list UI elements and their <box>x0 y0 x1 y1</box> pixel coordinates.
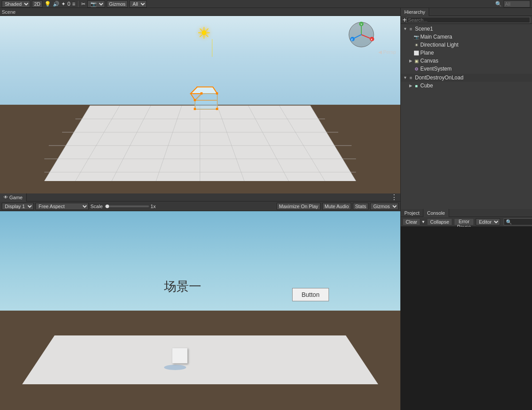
editor-dropdown[interactable]: Editor <box>476 218 500 225</box>
svg-rect-25 <box>194 108 196 110</box>
toolbar-icon-effects: ✦ <box>61 1 66 7</box>
project-tab[interactable]: Project <box>401 209 423 217</box>
scene-label: Scene <box>2 9 16 15</box>
svg-text:Y: Y <box>360 23 362 26</box>
game-view: 👁 Game ⋮ Display 1 Free Aspect Scale 1x … <box>0 193 400 410</box>
game-sky <box>0 211 400 320</box>
tree-item-directional-light[interactable]: ☀ Directional Light <box>401 41 532 49</box>
event-icon: ⚙ <box>413 66 419 72</box>
svg-text:X: X <box>371 38 372 41</box>
hierarchy-tab[interactable]: Hierarchy <box>401 8 429 16</box>
toolbar-icon-light: 💡 <box>44 1 51 7</box>
tree-item-cube[interactable]: ▶ ■ Cube <box>401 82 532 90</box>
game-cube-shadow <box>164 365 186 370</box>
clear-dropdown-arrow[interactable]: ▼ <box>421 220 425 224</box>
svg-rect-22 <box>194 99 196 101</box>
clear-btn-group[interactable]: Clear ▼ <box>403 218 425 225</box>
scene-canvas[interactable]: ☀ <box>0 16 400 193</box>
event-arrow <box>408 66 413 71</box>
scene-toolbar: Scene <box>0 8 400 16</box>
game-toolbar: Display 1 Free Aspect Scale 1x Maximize … <box>0 201 400 211</box>
scene-cube[interactable] <box>188 85 217 114</box>
event-system-label: EventSystem <box>420 66 452 72</box>
game-canvas[interactable]: 场景一 Button <box>0 211 400 410</box>
hierarchy-add-button[interactable]: + <box>403 16 407 24</box>
game-tab[interactable]: 👁 Game <box>0 193 27 201</box>
console-content <box>401 227 532 410</box>
toolbar-icon-num: 0 <box>67 1 70 7</box>
tree-item-canvas[interactable]: ▶ ▣ Canvas <box>401 57 532 65</box>
canvas-label: Canvas <box>420 58 438 64</box>
toolbar-icon-audio: 🔊 <box>53 1 59 7</box>
game-menu-dots[interactable]: ⋮ <box>388 193 400 201</box>
toolbar-search-icon: 🔍 <box>495 1 502 7</box>
hierarchy-tab-label: Hierarchy <box>404 9 425 15</box>
console-tab-label: Console <box>427 210 445 216</box>
console-tab[interactable]: Console <box>423 209 449 217</box>
hierarchy-tree: ▼ ≡ Scene1 📷 Main Camera ☀ Directional L… <box>401 24 532 209</box>
canvas-icon: ▣ <box>413 58 419 64</box>
game-ui-button[interactable]: Button <box>292 288 329 301</box>
clear-button[interactable]: Clear <box>403 218 420 225</box>
error-pause-button[interactable]: Error Pause <box>454 218 474 225</box>
game-cube <box>172 348 188 363</box>
svg-marker-37 <box>22 335 378 384</box>
tree-item-scene1[interactable]: ▼ ≡ Scene1 <box>401 25 532 33</box>
top-toolbar: Shaded 2D 💡 🔊 ✦ 0 ≡ ✂ 📷 Gizmos All 🔍 <box>0 0 532 8</box>
scale-value: 1x <box>151 204 156 209</box>
right-panel: Hierarchy + ▼ ≡ Scene1 📷 Main Camera <box>400 8 532 410</box>
main-camera-label: Main Camera <box>420 34 452 40</box>
maximize-on-play-button[interactable]: Maximize On Play <box>277 203 321 210</box>
game-tab-icon: 👁 <box>4 195 8 200</box>
hierarchy-toolbar: + <box>401 16 532 24</box>
camera-arrow <box>408 34 413 39</box>
svg-marker-0 <box>44 106 356 181</box>
dontdestroy-label: DontDestroyOnLoad <box>415 75 463 81</box>
svg-marker-18 <box>191 87 217 94</box>
render-dropdown[interactable]: 📷 <box>87 0 105 8</box>
main-layout: Scene <box>0 8 532 410</box>
shading-dropdown[interactable]: Shaded <box>2 0 30 8</box>
cube-label: Cube <box>420 83 433 89</box>
cube-arrow: ▶ <box>408 83 413 88</box>
tree-item-dontdestroy[interactable]: ▼ ≡ DontDestroyOnLoad <box>401 74 532 82</box>
gizmos-button[interactable]: Gizmos <box>107 0 128 8</box>
cube-icon: ■ <box>413 83 419 89</box>
svg-rect-24 <box>216 108 218 110</box>
toolbar-search[interactable] <box>504 0 530 8</box>
canvas-arrow: ▶ <box>408 58 413 63</box>
plane-label: Plane <box>420 50 434 56</box>
left-panel: Scene <box>0 8 400 410</box>
tree-item-plane[interactable]: ⬜ Plane <box>401 49 532 57</box>
toolbar-icon-layers: ≡ <box>72 1 75 7</box>
hierarchy-search[interactable] <box>407 17 530 23</box>
console-search[interactable] <box>504 218 532 225</box>
display-dropdown[interactable]: Display 1 <box>2 203 34 210</box>
sun-ray-line <box>212 39 212 57</box>
light-icon: ☀ <box>413 42 419 48</box>
tree-item-main-camera[interactable]: 📷 Main Camera <box>401 33 532 41</box>
camera-icon: 📷 <box>413 34 419 40</box>
all-dropdown[interactable]: All <box>129 0 147 8</box>
game-tab-label: Game <box>9 195 23 200</box>
dontdestroy-arrow: ▼ <box>403 75 408 80</box>
gizmo-compass[interactable]: Y X Z <box>347 20 374 47</box>
separator-1 <box>78 1 78 7</box>
scene-view: Scene <box>0 8 400 193</box>
toolbar-icon-snap: ✂ <box>81 1 86 7</box>
svg-rect-26 <box>200 92 203 95</box>
tree-item-event-system[interactable]: ⚙ EventSystem <box>401 65 532 73</box>
svg-rect-23 <box>216 92 218 95</box>
aspect-dropdown[interactable]: Free Aspect <box>35 203 89 210</box>
hierarchy-tabs: Hierarchy <box>401 8 532 16</box>
plane-icon: ⬜ <box>413 50 419 56</box>
sun-icon: ☀ <box>197 24 211 43</box>
gizmos-game-dropdown[interactable]: Gizmos <box>370 203 399 210</box>
mute-audio-button[interactable]: Mute Audio <box>322 203 351 210</box>
2d-button[interactable]: 2D <box>32 0 43 8</box>
plane-arrow <box>408 50 413 55</box>
collapse-button[interactable]: Collapse <box>427 218 452 225</box>
stats-button[interactable]: Stats <box>353 203 368 210</box>
svg-text:Z: Z <box>351 38 353 41</box>
scale-slider[interactable] <box>105 205 149 207</box>
